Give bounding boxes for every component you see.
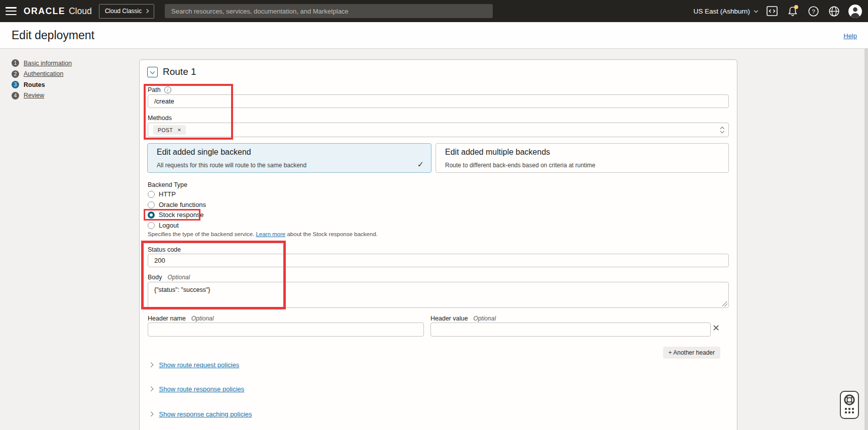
header-value-input[interactable] (430, 322, 711, 337)
chevron-right-icon (145, 9, 149, 13)
path-input[interactable] (148, 94, 729, 108)
wizard-step-review[interactable]: 4 Review (12, 90, 72, 101)
wizard-step-label[interactable]: Basic information (24, 60, 72, 67)
body-textarea[interactable]: {"status": "success"} (148, 282, 729, 308)
learn-more-link[interactable]: Learn more (256, 231, 285, 237)
language-globe-icon[interactable] (828, 5, 840, 17)
optional-tag: Optional (473, 315, 496, 322)
chevron-right-icon (149, 387, 153, 391)
wizard-step-routes[interactable]: 3 Routes (12, 79, 72, 90)
chip-remove-icon[interactable]: ✕ (177, 128, 181, 133)
drag-dots-icon[interactable] (845, 408, 854, 413)
backend-type-label: Backend Type (148, 181, 187, 188)
step-number-badge: 2 (12, 70, 19, 78)
wizard-nav: 1 Basic information 2 Authentication 3 R… (12, 58, 72, 101)
resize-grip-icon[interactable] (722, 301, 727, 306)
body-label: Body Optional (148, 274, 190, 281)
another-header-button[interactable]: + Another header (663, 347, 720, 359)
chevron-down-icon (150, 69, 155, 74)
select-stepper-icon[interactable] (721, 128, 724, 133)
radio-logout[interactable]: Logout (148, 222, 179, 229)
path-label: Path i (148, 86, 171, 93)
life-ring-icon[interactable] (843, 394, 855, 406)
route-title: Route 1 (163, 66, 196, 77)
backend-type-helper-text: Specifies the type of the backend servic… (148, 231, 378, 237)
page-header: Edit deployment Help (0, 22, 868, 49)
header-name-label: Header name Optional (148, 315, 213, 322)
multiple-backends-card[interactable]: Edit added multiple backends Route to di… (436, 143, 729, 173)
multiple-backends-title: Edit added multiple backends (445, 148, 550, 157)
step-number-badge: 1 (12, 59, 19, 67)
response-caching-policies-toggle[interactable]: Show response caching policies (149, 410, 252, 418)
brand-cloud: Cloud (69, 6, 92, 17)
method-chip-post: POST ✕ (153, 125, 186, 135)
profile-avatar[interactable] (848, 5, 862, 18)
optional-tag: Optional (191, 315, 214, 322)
route-panel: Route 1 Path i Methods POST ✕ Edit added… (139, 59, 737, 430)
wizard-step-label[interactable]: Review (24, 92, 44, 99)
method-chip-label: POST (158, 127, 173, 133)
optional-tag: Optional (168, 274, 190, 281)
route-request-policies-toggle[interactable]: Show route request policies (149, 361, 239, 369)
policy-link[interactable]: Show route response policies (159, 385, 245, 393)
wizard-step-label[interactable]: Authentication (24, 70, 63, 77)
svg-text:?: ? (812, 9, 815, 15)
chevron-right-icon (149, 412, 153, 416)
policy-link[interactable]: Show route request policies (159, 361, 240, 369)
single-backend-title: Edit added single backend (157, 148, 251, 157)
page-title: Edit deployment (12, 29, 94, 42)
region-label: US East (Ashburn) (693, 8, 750, 15)
global-search (165, 4, 493, 18)
route-collapse-toggle[interactable] (147, 67, 158, 77)
wizard-step-authentication[interactable]: 2 Authentication (12, 69, 72, 80)
header-value-label: Header value Optional (430, 315, 496, 322)
policy-link[interactable]: Show response caching policies (159, 410, 252, 418)
radio-icon[interactable] (148, 191, 155, 198)
cloud-classic-label: Cloud Classic (105, 8, 142, 15)
help-question-icon[interactable]: ? (807, 5, 819, 17)
wizard-step-basic-information[interactable]: 1 Basic information (12, 58, 72, 69)
notifications-bell-icon[interactable] (787, 5, 799, 17)
search-input[interactable] (165, 4, 493, 18)
radio-icon[interactable] (148, 201, 155, 208)
radio-icon[interactable] (148, 222, 155, 229)
remove-header-icon[interactable]: ✕ (712, 324, 720, 333)
route-response-policies-toggle[interactable]: Show route response policies (149, 385, 244, 393)
chevron-down-icon (754, 8, 758, 12)
single-backend-card[interactable]: Edit added single backend All requests f… (147, 143, 431, 173)
multiple-backends-subtitle: Route to different back-ends based on cr… (445, 162, 595, 169)
step-number-badge: 3 (12, 81, 19, 88)
topbar: ORACLE Cloud Cloud Classic US East (Ashb… (0, 0, 868, 22)
methods-label: Methods (148, 115, 172, 122)
oracle-cloud-logo: ORACLE Cloud (24, 6, 92, 17)
topbar-right: US East (Ashburn) ? (693, 5, 862, 18)
radio-oracle-functions[interactable]: Oracle functions (148, 201, 206, 208)
support-widget[interactable] (840, 391, 859, 419)
devtools-icon[interactable] (766, 5, 778, 17)
cloud-classic-button[interactable]: Cloud Classic (99, 4, 154, 19)
brand-oracle: ORACLE (24, 6, 65, 17)
status-code-label: Status code (148, 246, 181, 253)
status-code-input[interactable] (148, 254, 729, 267)
selected-check-icon: ✓ (417, 160, 424, 169)
radio-http[interactable]: HTTP (148, 190, 176, 198)
vertical-scrollbar[interactable] (864, 22, 868, 430)
wizard-step-label: Routes (24, 81, 45, 88)
help-link[interactable]: Help (843, 32, 857, 40)
step-number-badge: 4 (12, 92, 19, 99)
notification-badge (794, 5, 798, 9)
single-backend-subtitle: All requests for this route will route t… (157, 162, 306, 169)
radio-selected-icon[interactable] (148, 211, 155, 219)
header-name-input[interactable] (148, 322, 424, 337)
chevron-right-icon (149, 363, 153, 367)
menu-icon[interactable] (6, 7, 17, 15)
radio-stock-response[interactable]: Stock response (148, 211, 204, 219)
info-icon[interactable]: i (164, 86, 171, 93)
region-selector[interactable]: US East (Ashburn) (693, 8, 757, 15)
methods-input[interactable]: POST ✕ (148, 123, 729, 137)
oracle-cloud-console: ORACLE Cloud Cloud Classic US East (Ashb… (0, 0, 868, 430)
